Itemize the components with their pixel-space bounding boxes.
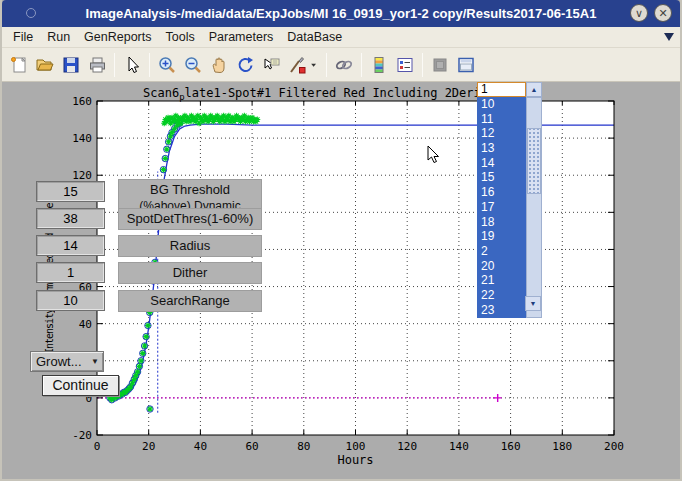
insert-legend-icon xyxy=(395,55,415,75)
spot-list-item[interactable]: 2 xyxy=(477,244,526,259)
open-file-icon xyxy=(35,55,55,75)
spot-selected-value[interactable]: 1 xyxy=(477,82,526,97)
shade-button[interactable]: ∨ xyxy=(630,4,648,22)
svg-text:180: 180 xyxy=(552,440,572,453)
bg-threshold-label: BG Threshold (%above) Dynamic xyxy=(118,179,262,209)
pan-hand-icon xyxy=(209,55,229,75)
colorbar-button[interactable] xyxy=(366,52,392,78)
plottools-on-button[interactable] xyxy=(453,52,479,78)
zoom-out-icon xyxy=(183,55,203,75)
new-file-button[interactable] xyxy=(6,52,32,78)
app-window: ImageAnalysis-/media/data/ExpJobs/MI 16_… xyxy=(0,0,682,481)
spot-list-item[interactable]: 23 xyxy=(477,303,526,318)
mouse-cursor xyxy=(427,145,440,164)
chart-title-rest: late1-Spot#1 Filtered Red Including 2Der… xyxy=(185,86,517,100)
svg-text:160: 160 xyxy=(501,440,521,453)
menubar: FileRunGenReportsToolsParametersDataBase xyxy=(2,27,680,48)
svg-text:-20: -20 xyxy=(72,429,92,442)
dither-input[interactable]: 1 xyxy=(36,262,105,283)
figure-area: 020406080100120140160180200-200204060801… xyxy=(2,82,680,479)
growth-menu-button[interactable]: Growt... ▼ xyxy=(30,351,104,372)
svg-text:40: 40 xyxy=(79,318,92,331)
svg-text:20: 20 xyxy=(142,440,155,453)
spot-list-item[interactable]: 19 xyxy=(477,229,526,244)
svg-text:60: 60 xyxy=(245,440,258,453)
menu-run[interactable]: Run xyxy=(47,30,70,44)
continue-button[interactable]: Continue xyxy=(42,375,119,396)
svg-text:160: 160 xyxy=(72,95,92,108)
chart-title: Scan6plate1-Spot#1 Filtered Red Includin… xyxy=(143,86,517,102)
open-file-button[interactable] xyxy=(32,52,58,78)
dither-label: Dither xyxy=(118,262,262,284)
menu-parameters[interactable]: Parameters xyxy=(209,30,274,44)
chart-title-prefix: Scan6 xyxy=(143,86,179,100)
spot-list-item[interactable]: 21 xyxy=(477,273,526,288)
brush-button[interactable] xyxy=(284,52,310,78)
menu-file[interactable]: File xyxy=(13,30,33,44)
plottools-off-button[interactable] xyxy=(427,52,453,78)
spot-list-item[interactable]: 14 xyxy=(477,156,526,171)
plottools-on-icon xyxy=(456,55,476,75)
print-icon xyxy=(87,55,107,75)
spotdetthres-input[interactable]: 38 xyxy=(36,208,105,229)
rotate-3d-button[interactable] xyxy=(232,52,258,78)
toolbar-separator xyxy=(422,53,423,77)
svg-text:200: 200 xyxy=(604,440,624,453)
zoom-in-button[interactable] xyxy=(154,52,180,78)
svg-text:120: 120 xyxy=(397,440,417,453)
spot-number-dropdown: 1 ▲ 10111213141516171819220212223 ▼ xyxy=(477,82,542,318)
titlebar[interactable]: ImageAnalysis-/media/data/ExpJobs/MI 16_… xyxy=(2,0,680,27)
bg-threshold-input[interactable]: 15 xyxy=(36,181,105,202)
plottools-off-icon xyxy=(430,55,450,75)
svg-text:80: 80 xyxy=(297,440,310,453)
pan-hand-button[interactable] xyxy=(206,52,232,78)
searchrange-input[interactable]: 10 xyxy=(36,290,105,311)
pointer-icon xyxy=(122,55,142,75)
menu-database[interactable]: DataBase xyxy=(287,30,342,44)
radius-input[interactable]: 14 xyxy=(36,235,105,256)
spotdetthres-label: SpotDetThres(1-60%) xyxy=(118,208,262,230)
toolbar xyxy=(2,48,680,82)
colorbar-icon xyxy=(369,55,389,75)
spot-list-item[interactable]: 11 xyxy=(477,112,526,127)
menu-overflow-icon[interactable] xyxy=(664,33,674,41)
spot-list-item[interactable]: 13 xyxy=(477,141,526,156)
scrollbar[interactable]: ▼ xyxy=(526,97,542,318)
svg-text:140: 140 xyxy=(72,132,92,145)
print-button[interactable] xyxy=(84,52,110,78)
scroll-down-button[interactable]: ▼ xyxy=(525,296,541,311)
link-plots-button[interactable] xyxy=(331,52,357,78)
data-cursor-button[interactable] xyxy=(258,52,284,78)
radius-label: Radius xyxy=(118,235,262,257)
window-menu-icon[interactable] xyxy=(26,8,36,18)
pointer-button[interactable] xyxy=(119,52,145,78)
data-cursor-icon xyxy=(261,55,281,75)
svg-text:40: 40 xyxy=(194,440,207,453)
spot-list-item[interactable]: 10 xyxy=(477,97,526,112)
new-file-icon xyxy=(9,55,29,75)
spot-list-item[interactable]: 12 xyxy=(477,126,526,141)
svg-text:Hours: Hours xyxy=(337,453,373,467)
spot-list-item[interactable]: 20 xyxy=(477,259,526,274)
toolbar-separator xyxy=(114,53,115,77)
spot-list-item[interactable]: 16 xyxy=(477,185,526,200)
menu-genreports[interactable]: GenReports xyxy=(84,30,151,44)
window-title: ImageAnalysis-/media/data/ExpJobs/MI 16_… xyxy=(2,6,680,21)
spot-list-item[interactable]: 15 xyxy=(477,170,526,185)
save-icon xyxy=(61,55,81,75)
close-button[interactable]: ✕ xyxy=(654,4,672,22)
dropdown-arrow-icon: ▼ xyxy=(91,357,99,366)
toolbar-separator xyxy=(361,53,362,77)
spot-list-item[interactable]: 22 xyxy=(477,288,526,303)
menu-tools[interactable]: Tools xyxy=(166,30,195,44)
insert-legend-button[interactable] xyxy=(392,52,418,78)
svg-text:0: 0 xyxy=(94,440,101,453)
brush-dropdown-arrow-button[interactable] xyxy=(310,52,322,78)
save-button[interactable] xyxy=(58,52,84,78)
scroll-up-button[interactable]: ▲ xyxy=(526,82,542,97)
zoom-out-button[interactable] xyxy=(180,52,206,78)
spot-list-item[interactable]: 17 xyxy=(477,200,526,215)
spot-list-item[interactable]: 18 xyxy=(477,215,526,230)
brush-dropdown-arrow-icon xyxy=(310,55,322,75)
scrollbar-thumb[interactable] xyxy=(527,128,541,194)
